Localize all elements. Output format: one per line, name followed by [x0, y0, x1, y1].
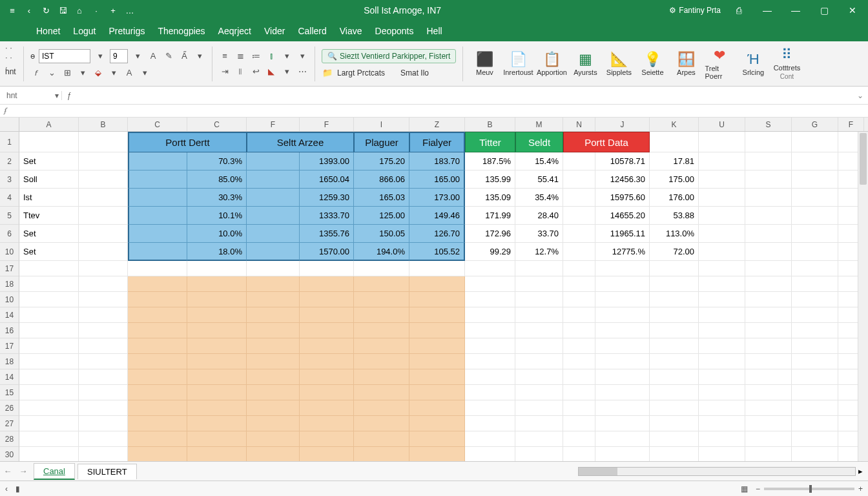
cell[interactable] — [79, 338, 128, 354]
cell[interactable] — [128, 431, 187, 447]
row-header[interactable]: 2 — [0, 152, 19, 170]
cell[interactable] — [300, 431, 354, 447]
cell[interactable] — [699, 207, 745, 225]
cell[interactable] — [79, 307, 128, 323]
cell[interactable] — [128, 447, 187, 461]
cell[interactable] — [563, 338, 595, 354]
cell[interactable] — [187, 307, 247, 323]
col-header[interactable]: C — [187, 118, 247, 131]
font-size-input[interactable] — [110, 49, 128, 63]
header-fialyer[interactable]: Fialyer — [409, 132, 465, 152]
cell[interactable] — [650, 447, 699, 461]
select-all-corner[interactable] — [0, 118, 19, 131]
fx-small-icon[interactable]: ʄ — [4, 107, 6, 115]
cell[interactable] — [745, 354, 792, 369]
minimize2-icon[interactable]: — — [783, 1, 809, 19]
cell[interactable] — [699, 225, 745, 243]
cell[interactable] — [79, 354, 128, 369]
hscroll-thumb[interactable] — [579, 468, 617, 475]
name-box-dd-icon[interactable]: ▾ — [55, 91, 59, 100]
minimize-icon[interactable]: — — [754, 1, 780, 19]
big-apportion-button[interactable]: 📋Apportion — [537, 52, 566, 76]
cell[interactable] — [187, 431, 247, 447]
cell[interactable] — [128, 354, 187, 369]
tab-vider[interactable]: Vider — [264, 26, 285, 36]
cell[interactable]: 187.5% — [465, 152, 515, 170]
hscroll-track[interactable] — [578, 467, 856, 476]
cell[interactable] — [563, 447, 595, 461]
cell[interactable] — [745, 132, 792, 152]
cell[interactable] — [699, 243, 745, 261]
zoom-out-icon[interactable]: − — [756, 484, 760, 493]
cell[interactable] — [19, 323, 79, 338]
cell[interactable] — [792, 132, 838, 152]
cell[interactable]: 85.0% — [187, 170, 247, 189]
cell[interactable] — [595, 323, 650, 338]
cell[interactable] — [515, 431, 563, 447]
cell[interactable] — [595, 338, 650, 354]
cell[interactable] — [247, 338, 300, 354]
cell[interactable] — [595, 400, 650, 416]
cell[interactable]: 866.06 — [354, 170, 409, 189]
cell[interactable] — [563, 152, 595, 170]
cell[interactable] — [354, 292, 409, 307]
cell[interactable] — [650, 338, 699, 354]
big-trelt-button[interactable]: ❤Trelt Poerr — [705, 48, 734, 80]
cell[interactable]: 18.0% — [187, 243, 247, 261]
fx-icon[interactable]: ƒ — [62, 91, 77, 100]
cell[interactable] — [699, 189, 745, 207]
cell[interactable] — [792, 225, 838, 243]
fontcolor-dd-icon[interactable]: ▾ — [139, 67, 150, 79]
cell[interactable] — [354, 276, 409, 292]
cell[interactable] — [79, 152, 128, 170]
cell[interactable] — [563, 354, 595, 369]
cell[interactable] — [19, 292, 79, 307]
cell[interactable] — [699, 152, 745, 170]
font-color-icon[interactable]: A — [123, 67, 135, 79]
cell[interactable]: 12.7% — [515, 243, 563, 261]
cell[interactable]: Ttev — [19, 207, 79, 225]
cell[interactable] — [79, 416, 128, 431]
cell[interactable] — [354, 416, 409, 431]
cell[interactable] — [699, 447, 745, 461]
cell[interactable]: 135.99 — [465, 170, 515, 189]
cell[interactable] — [19, 369, 79, 385]
tab-thenogpies[interactable]: Thenogpies — [158, 26, 205, 36]
cell[interactable] — [563, 261, 595, 276]
cell[interactable]: 11965.11 — [595, 225, 650, 243]
cell[interactable] — [563, 431, 595, 447]
cell[interactable] — [745, 276, 792, 292]
sheet-nav-prev-icon[interactable]: ← — [0, 466, 16, 476]
cell[interactable] — [563, 292, 595, 307]
cell[interactable] — [247, 261, 300, 276]
header-portt-data[interactable]: Portt Data — [563, 132, 650, 152]
cell[interactable] — [79, 207, 128, 225]
cell[interactable] — [515, 385, 563, 400]
cell[interactable] — [699, 170, 745, 189]
cell[interactable]: Soll — [19, 170, 79, 189]
cell[interactable] — [409, 385, 465, 400]
cell[interactable] — [187, 292, 247, 307]
cell[interactable] — [300, 307, 354, 323]
cell[interactable] — [792, 243, 838, 261]
cell[interactable] — [563, 170, 595, 189]
row-header[interactable]: 10 — [0, 292, 19, 307]
name-box[interactable]: hnt ▾ — [0, 91, 62, 100]
cell[interactable] — [128, 189, 187, 207]
cell[interactable] — [300, 385, 354, 400]
cell[interactable] — [515, 369, 563, 385]
cell[interactable] — [745, 170, 792, 189]
cell[interactable] — [128, 225, 187, 243]
border-dd-icon[interactable]: ▾ — [77, 67, 88, 79]
cell[interactable] — [792, 152, 838, 170]
cell[interactable] — [465, 307, 515, 323]
cell[interactable] — [792, 338, 838, 354]
row-header[interactable]: 17 — [0, 338, 19, 354]
cell[interactable] — [128, 385, 187, 400]
qat-menu-icon[interactable]: ≡ — [6, 5, 18, 16]
cell[interactable] — [354, 307, 409, 323]
cell[interactable] — [354, 431, 409, 447]
cell[interactable] — [187, 261, 247, 276]
cell[interactable] — [247, 354, 300, 369]
big-inrertoust-button[interactable]: 📄Inrertoust — [503, 52, 533, 76]
